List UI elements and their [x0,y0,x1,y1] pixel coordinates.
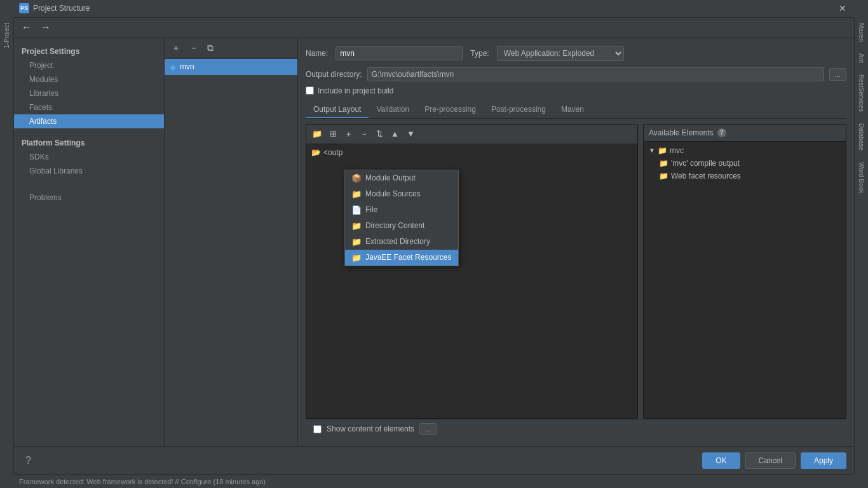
right-tab-wordbook[interactable]: Word Book [857,159,866,196]
tree-folder-btn[interactable]: 📁 [309,127,325,140]
dropdown-item-extracted-directory[interactable]: 📁 Extracted Directory [345,234,458,250]
remove-artifact-button[interactable]: － [186,41,201,56]
right-edge-panel: Maven Ant RestServices Database Word Boo… [854,18,868,474]
sidebar-item-artifacts[interactable]: Artifacts [14,114,164,128]
dropdown-item-module-output[interactable]: 📦 Module Output [345,170,458,186]
include-build-row: Include in project build [306,86,846,95]
tabs-bar: Output Layout Validation Pre-processing … [306,102,846,119]
tree-root-item[interactable]: 📂 <outp [309,147,635,158]
tree-add-btn[interactable]: ＋ [341,126,356,142]
tab-pre-processing[interactable]: Pre-processing [417,102,484,118]
include-build-label[interactable]: Include in project build [318,86,393,95]
cancel-button[interactable]: Cancel [745,452,796,469]
footer: ? OK Cancel Apply [14,446,854,474]
status-bar: Framework detected: Web framework is det… [14,474,854,488]
type-select[interactable]: Web Application: Exploded [497,46,624,61]
tree-toolbar: 📁 ⊞ ＋ － ⇅ ▲ ▼ [306,125,637,144]
tab-post-processing[interactable]: Post-processing [484,102,553,118]
back-button[interactable]: ← [19,20,34,34]
file-icon: 📄 [351,205,362,215]
module-output-icon: 📦 [351,173,362,183]
help-button[interactable]: ? [22,454,35,468]
show-content-label[interactable]: Show content of elements [327,424,414,433]
output-dir-label: Output directory: [306,70,362,79]
avail-section-mvc[interactable]: ▼ 📁 mvc [646,144,843,157]
dropdown-item-file[interactable]: 📄 File [345,202,458,218]
name-type-row: Name: Type: Web Application: Exploded [306,46,846,61]
dropdown-item-directory-content[interactable]: 📁 Directory Content [345,218,458,234]
sidebar-item-project[interactable]: Project [14,58,164,72]
sidebar-item-libraries[interactable]: Libraries [14,86,164,100]
web-facet-icon: 📁 [659,172,668,180]
module-sources-icon: 📁 [351,189,362,199]
right-tab-ant[interactable]: Ant [857,51,866,65]
status-text: Framework detected: Web framework is det… [19,478,266,485]
left-edge-panel: 1-Project [0,18,14,474]
directory-content-icon: 📁 [351,221,362,231]
dropdown-item-module-sources[interactable]: 📁 Module Sources [345,186,458,202]
show-content-checkbox[interactable] [313,425,322,433]
available-header: Available Elements ? [644,125,846,142]
edge-tab-project[interactable]: 1-Project [2,20,11,51]
sidebar-item-sdks[interactable]: SDKs [14,150,164,164]
artifact-icon: ◈ [170,62,176,72]
apply-button[interactable]: Apply [801,452,846,469]
available-content: ▼ 📁 mvc 📁 'mvc' compile output 📁 Web fac… [644,142,846,419]
extracted-directory-icon: 📁 [351,237,362,247]
main-layout: Project Settings Project Modules Librari… [14,38,854,447]
tab-maven[interactable]: Maven [553,102,592,118]
window-controls: ✕ [836,3,849,13]
project-settings-title: Project Settings [14,43,164,58]
tree-sort-btn[interactable]: ⇅ [373,127,386,140]
include-build-checkbox[interactable] [306,86,314,95]
sidebar-item-facets[interactable]: Facets [14,100,164,114]
available-panel: Available Elements ? ▼ 📁 mvc 📁 'mvc' com… [643,124,846,419]
right-tab-maven[interactable]: Maven [857,20,866,44]
copy-artifact-button[interactable]: ⧉ [204,41,217,55]
tree-down-btn[interactable]: ▼ [403,127,418,140]
tab-output-layout[interactable]: Output Layout [306,102,369,118]
browse-button[interactable]: ... [829,68,846,81]
output-dir-row: Output directory: ... [306,67,846,81]
ok-button[interactable]: OK [702,452,740,469]
compile-output-icon: 📁 [659,159,668,168]
window-title: Project Structure [33,4,836,13]
content-panel: Name: Type: Web Application: Exploded Ou… [298,38,854,447]
sidebar-item-global-libraries[interactable]: Global Libraries [14,164,164,178]
ellipsis-button[interactable]: ... [419,423,437,435]
toolbar: ← → [14,18,854,38]
title-bar: PS Project Structure ✕ [14,0,854,18]
dropdown-item-javaee-facet-resources[interactable]: 📁 JavaEE Facet Resources [345,250,458,266]
dropdown-menu: 📦 Module Output 📁 Module Sources 📄 File [344,170,459,266]
type-label: Type: [470,49,489,58]
artifact-item-mvn[interactable]: ◈ mvn [165,59,297,75]
output-layout-area: 📁 ⊞ ＋ － ⇅ ▲ ▼ 📂 <outp [306,124,846,419]
right-tab-database[interactable]: Database [857,121,866,153]
tree-grid-btn[interactable]: ⊞ [327,127,340,140]
tree-up-btn[interactable]: ▲ [388,127,402,140]
output-dir-input[interactable] [367,67,824,81]
help-icon[interactable]: ? [717,128,726,137]
name-input[interactable] [336,46,463,60]
avail-item-web-facet[interactable]: 📁 Web facet resources [646,170,843,182]
avail-item-compile-output[interactable]: 📁 'mvc' compile output [646,157,843,170]
chevron-down-icon: ▼ [649,147,655,154]
sidebar-item-modules[interactable]: Modules [14,72,164,86]
platform-settings-title: Platform Settings [14,135,164,150]
tree-folder-icon: 📂 [311,148,321,157]
artifact-list: ◈ mvn [165,59,297,447]
name-label: Name: [306,49,328,58]
type-select-wrapper: Web Application: Exploded [497,46,624,61]
close-button[interactable]: ✕ [836,3,849,13]
right-tab-restservices[interactable]: RestServices [857,72,866,114]
sidebar-item-problems[interactable]: Problems [14,191,164,205]
bottom-row: Show content of elements ... [306,419,846,438]
tree-remove-btn[interactable]: － [357,126,372,142]
tab-validation[interactable]: Validation [369,102,417,118]
forward-button[interactable]: → [38,20,53,34]
artifact-panel: ＋ － ⧉ ◈ mvn [165,38,298,447]
artifact-toolbar: ＋ － ⧉ [165,38,297,59]
tree-content: 📂 <outp 📦 Module Output 📁 Module S [306,144,637,419]
add-artifact-button[interactable]: ＋ [168,41,184,56]
app-icon: PS [19,3,29,13]
